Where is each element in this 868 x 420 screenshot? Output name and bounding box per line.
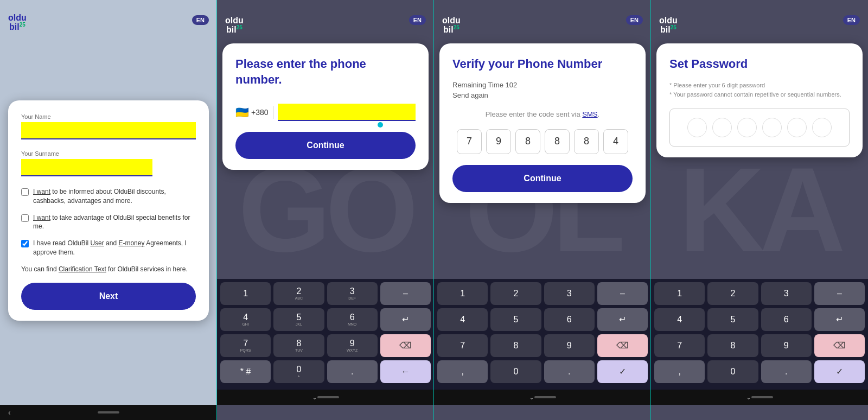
pwd-circle-1[interactable] <box>687 118 707 137</box>
k4-return[interactable]: ↵ <box>814 308 865 331</box>
k3-comma[interactable]: , <box>437 360 488 383</box>
bottom-bar-4: ⌄ <box>651 390 868 405</box>
key-1[interactable]: 1 <box>220 282 271 305</box>
home-pill-2[interactable] <box>317 396 339 398</box>
panel-sep-1 <box>216 0 217 420</box>
pwd-circle-5[interactable] <box>787 118 807 137</box>
otp-4[interactable]: 8 <box>545 129 570 154</box>
chevron-down-3[interactable]: ⌄ <box>529 393 534 401</box>
chevron-down-4[interactable]: ⌄ <box>746 393 751 401</box>
k4-6[interactable]: 6 <box>761 308 812 331</box>
lang-badge-3[interactable]: EN <box>626 15 643 25</box>
k3-3[interactable]: 3 <box>544 282 595 305</box>
k4-backspace[interactable]: ⌫ <box>814 334 865 357</box>
name-input[interactable] <box>21 122 196 139</box>
k3-7[interactable]: 7 <box>437 334 488 357</box>
key-return[interactable]: ↵ <box>380 308 431 331</box>
otp-2[interactable]: 9 <box>486 129 511 154</box>
hint-1: * Please enter your 6 digit password <box>669 81 850 91</box>
key-backspace[interactable]: ⌫ <box>380 334 431 357</box>
continue-button-2[interactable]: Continue <box>235 132 416 159</box>
otp-6[interactable]: 4 <box>603 129 628 154</box>
key-3[interactable]: 3DEF <box>327 282 378 305</box>
k3-9[interactable]: 9 <box>544 334 595 357</box>
surname-group: Your Surname <box>21 150 196 176</box>
sms-prompt: Please enter the code sent via SMS. <box>452 110 633 118</box>
home-pill-3[interactable] <box>534 396 556 398</box>
checkbox-3[interactable] <box>21 240 29 247</box>
pwd-circle-2[interactable] <box>712 118 732 137</box>
home-pill-1[interactable] <box>98 411 119 413</box>
k3-1[interactable]: 1 <box>437 282 488 305</box>
chevron-down-2[interactable]: ⌄ <box>312 393 317 401</box>
key-9[interactable]: 9WXYZ <box>327 334 378 357</box>
link-iwant-1: I want <box>33 188 50 195</box>
lang-badge-4[interactable]: EN <box>843 15 860 25</box>
home-pill-4[interactable] <box>751 396 773 398</box>
lang-badge-2[interactable]: EN <box>409 15 426 25</box>
key-8[interactable]: 8TUV <box>273 334 324 357</box>
key-dot[interactable]: . <box>327 360 378 383</box>
bg-watermark-4: KA <box>679 142 840 279</box>
k4-dash[interactable]: – <box>814 282 865 305</box>
remaining-time: Remaining Time 102 <box>452 81 633 89</box>
k4-8[interactable]: 8 <box>707 334 758 357</box>
lang-badge-1[interactable]: EN <box>192 15 209 25</box>
k4-comma[interactable]: , <box>654 360 705 383</box>
otp-5[interactable]: 8 <box>574 129 599 154</box>
k4-9[interactable]: 9 <box>761 334 812 357</box>
k3-dot[interactable]: . <box>544 360 595 383</box>
key-row-2-3: 7PQRS 8TUV 9WXYZ ⌫ <box>220 334 431 357</box>
k3-5[interactable]: 5 <box>490 308 541 331</box>
k4-dot[interactable]: . <box>761 360 812 383</box>
k4-2[interactable]: 2 <box>707 282 758 305</box>
link-clarification[interactable]: Clarification Text <box>59 265 106 273</box>
k4-check[interactable]: ✓ <box>814 360 865 383</box>
key-5[interactable]: 5JKL <box>273 308 324 331</box>
k4-5[interactable]: 5 <box>707 308 758 331</box>
k4-1[interactable]: 1 <box>654 282 705 305</box>
k3-8[interactable]: 8 <box>490 334 541 357</box>
pwd-circle-6[interactable] <box>812 118 832 137</box>
k4-0[interactable]: 0 <box>707 360 758 383</box>
k3-return[interactable]: ↵ <box>597 308 648 331</box>
next-button[interactable]: Next <box>21 283 196 310</box>
key-7[interactable]: 7PQRS <box>220 334 271 357</box>
k3-backspace[interactable]: ⌫ <box>597 334 648 357</box>
continue-button-3[interactable]: Continue <box>452 165 633 192</box>
k4-7[interactable]: 7 <box>654 334 705 357</box>
key-dash[interactable]: – <box>380 282 431 305</box>
k3-0[interactable]: 0 <box>490 360 541 383</box>
k3-4[interactable]: 4 <box>437 308 488 331</box>
k3-dash[interactable]: – <box>597 282 648 305</box>
phone-input-row: 🇺🇦 +380 <box>235 104 416 121</box>
key-6[interactable]: 6MNO <box>327 308 378 331</box>
k3-2[interactable]: 2 <box>490 282 541 305</box>
name-group: Your Name <box>21 113 196 139</box>
key-star-hash[interactable]: * # <box>220 360 271 383</box>
key-4[interactable]: 4GHI <box>220 308 271 331</box>
back-arrow-1[interactable]: ‹ <box>8 408 11 417</box>
phone-number-input[interactable] <box>278 104 416 121</box>
panel-phone: GO oldu bil25 EN Please enter the phone … <box>217 0 434 420</box>
checkbox-2[interactable] <box>21 214 29 222</box>
k3-6[interactable]: 6 <box>544 308 595 331</box>
pwd-circle-3[interactable] <box>737 118 757 137</box>
surname-input[interactable] <box>21 159 152 176</box>
k4-4[interactable]: 4 <box>654 308 705 331</box>
k3-check[interactable]: ✓ <box>597 360 648 383</box>
keyboard-4: 1 2 3 – 4 5 6 ↵ 7 8 9 ⌫ , 0 . ✓ <box>651 279 868 405</box>
surname-label: Your Surname <box>21 150 196 157</box>
key-enter-arrow[interactable]: ← <box>380 360 431 383</box>
key-2[interactable]: 2ABC <box>273 282 324 305</box>
sms-link[interactable]: SMS <box>582 110 597 118</box>
key-row-4-4: , 0 . ✓ <box>654 360 865 383</box>
otp-3[interactable]: 8 <box>515 129 540 154</box>
pwd-circle-4[interactable] <box>762 118 782 137</box>
send-again[interactable]: Send again <box>452 91 633 99</box>
otp-1[interactable]: 7 <box>457 129 482 154</box>
key-0[interactable]: 0+ <box>273 360 324 383</box>
k4-3[interactable]: 3 <box>761 282 812 305</box>
checkbox-group-2: I want to take advantage of OlduBil spec… <box>21 213 196 232</box>
checkbox-1[interactable] <box>21 188 29 196</box>
